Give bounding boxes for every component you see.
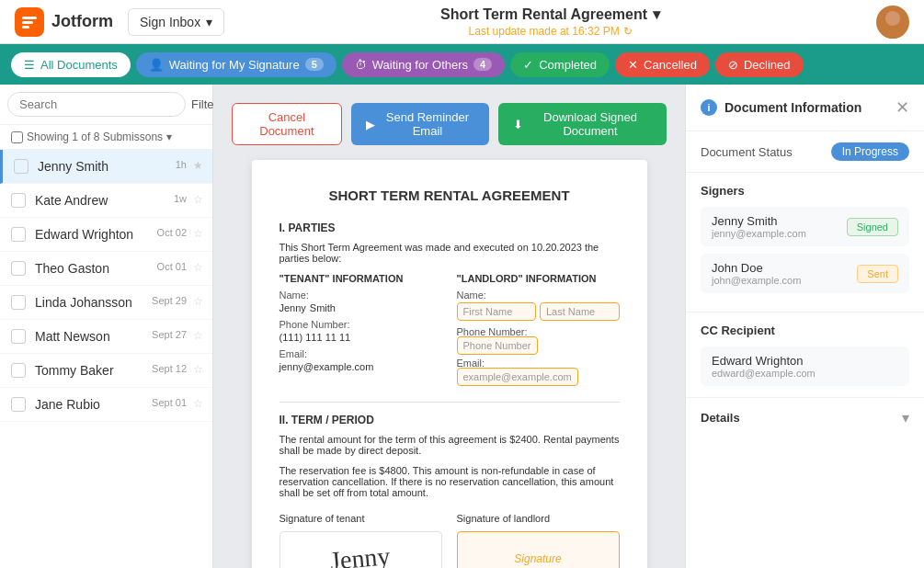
item-checkbox[interactable] [11, 397, 26, 412]
star-icon[interactable]: ☆ [193, 193, 203, 206]
waiting-others-badge: 4 [473, 58, 492, 71]
tab-waiting-others[interactable]: ⏱ Waiting for Others 4 [342, 52, 505, 77]
tenant-title: "TENANT" INFORMATION [279, 273, 442, 284]
landlord-column: "LANDLORD" INFORMATION Name: First Name … [457, 273, 620, 389]
tab-waiting-my-signature[interactable]: 👤 Waiting for My Signature 5 [136, 52, 337, 77]
download-icon: ⬇ [513, 118, 523, 131]
cc-item: Edward Wrighton edward@example.com [701, 346, 909, 386]
svg-point-5 [882, 26, 904, 39]
landlord-email-row: Email: example@example.com [457, 358, 620, 383]
tab-declined[interactable]: ⊘ Declined [715, 52, 804, 77]
logo: Jotform [15, 7, 113, 37]
document-info-panel: i Document Information ✕ Document Status… [685, 85, 924, 568]
item-checkbox[interactable] [14, 159, 29, 174]
term-text2: The reservation fee is $4800. This amoun… [279, 465, 620, 498]
panel-header: i Document Information ✕ [686, 85, 924, 131]
doc-toolbar: Cancel Document ▶ Send Reminder Email ⬇ … [232, 103, 667, 145]
item-checkbox[interactable] [11, 363, 26, 378]
tab-all-documents[interactable]: ☰ All Documents [11, 52, 131, 77]
close-panel-button[interactable]: ✕ [895, 97, 909, 118]
signer-status-badge: Sent [857, 265, 898, 283]
cc-section: CC Recipient Edward Wrighton edward@exam… [686, 312, 924, 398]
tab-completed[interactable]: ✓ Completed [510, 52, 610, 77]
chevron-down-icon: ▾ [902, 409, 909, 426]
signer-status-badge: Signed [847, 218, 898, 236]
cancel-document-button[interactable]: Cancel Document [232, 103, 342, 145]
landlord-first-name-field[interactable]: First Name [457, 302, 537, 321]
list-item[interactable]: Kate Andrew 1w ☆ [0, 184, 212, 218]
doc-title: Short Term Rental Agreement ▾ [224, 6, 876, 23]
star-icon[interactable]: ☆ [193, 227, 203, 240]
all-docs-icon: ☰ [24, 58, 35, 72]
waiting-sig-icon: 👤 [149, 58, 164, 72]
avatar [876, 6, 909, 39]
search-bar: Filter ▼ [0, 85, 212, 125]
item-checkbox[interactable] [11, 227, 26, 242]
star-icon[interactable]: ☆ [193, 363, 203, 376]
star-icon[interactable]: ☆ [193, 329, 203, 342]
list-item[interactable]: Edward Wrighton Oct 02 ☆ [0, 218, 212, 252]
star-icon[interactable]: ☆ [193, 397, 203, 410]
signer-item: Jenny Smith jenny@example.com Signed [701, 207, 909, 246]
star-icon[interactable]: ☆ [193, 261, 203, 274]
item-checkbox[interactable] [11, 193, 26, 208]
main-content: Filter ▼ Showing 1 of 8 Submissons ▾ Jen… [0, 85, 924, 568]
term-text1: The rental amount for the term of this a… [279, 434, 620, 456]
refresh-icon: ↻ [623, 25, 633, 38]
item-checkbox[interactable] [11, 295, 26, 310]
send-icon: ▶ [366, 118, 375, 131]
list-item[interactable]: Theo Gaston Oct 01 ☆ [0, 252, 212, 286]
tab-cancelled[interactable]: ✕ Cancelled [615, 52, 710, 77]
sign-inbox-button[interactable]: Sign Inbox ▾ [128, 8, 224, 36]
landlord-phone-row: Phone Number: Phone Number [457, 326, 620, 352]
document-paper: SHORT TERM RENTAL AGREEMENT I. PARTIES T… [252, 160, 647, 568]
landlord-signature-box[interactable]: Signature [457, 531, 620, 568]
signer-info: Jenny Smith jenny@example.com [712, 214, 847, 239]
parties-columns: "TENANT" INFORMATION Name: Jenny Smith P… [279, 273, 620, 389]
status-row: Document Status In Progress [686, 131, 924, 173]
signer-info: John Doe john@example.com [712, 261, 857, 286]
signer-item: John Doe john@example.com Sent [701, 254, 909, 293]
svg-rect-3 [22, 26, 29, 28]
list-item[interactable]: Matt Newson Sept 27 ☆ [0, 320, 212, 354]
list-item[interactable]: Tommy Baker Sept 12 ☆ [0, 354, 212, 388]
search-input[interactable] [7, 92, 186, 117]
list-item[interactable]: Jane Rubio Sept 01 ☆ [0, 388, 212, 422]
dropdown-icon[interactable]: ▾ [653, 6, 660, 23]
svg-rect-2 [22, 21, 33, 24]
signature-row: Signature of tenant Jenny Signature of l… [279, 513, 620, 568]
send-reminder-button[interactable]: ▶ Send Reminder Email [351, 103, 489, 145]
svg-point-4 [885, 11, 900, 26]
landlord-phone-field[interactable]: Phone Number [457, 336, 538, 355]
logo-icon [15, 7, 44, 37]
landlord-email-field[interactable]: example@example.com [457, 368, 578, 386]
star-icon[interactable]: ☆ [193, 295, 203, 308]
tenant-signature-box: Jenny [279, 531, 442, 568]
download-signed-button[interactable]: ⬇ Download Signed Document [498, 103, 667, 145]
tenant-signature: Jenny [329, 541, 392, 568]
star-icon[interactable]: ★ [193, 159, 203, 172]
select-all-checkbox[interactable] [11, 131, 23, 143]
tab-bar: ☰ All Documents 👤 Waiting for My Signatu… [0, 44, 924, 85]
tenant-signature-col: Signature of tenant Jenny [279, 513, 442, 568]
parties-intro: This Short Term Agreement was made and e… [279, 242, 620, 264]
declined-icon: ⊘ [728, 58, 738, 72]
completed-icon: ✓ [523, 58, 533, 72]
landlord-last-name-field[interactable]: Last Name [540, 302, 620, 321]
waiting-sig-badge: 5 [305, 58, 324, 71]
tenant-name-row: Name: Jenny Smith [279, 290, 442, 313]
item-checkbox[interactable] [11, 261, 26, 276]
details-section[interactable]: Details ▾ [686, 398, 924, 437]
logo-text: Jotform [51, 12, 113, 31]
doc-subtitle: Last update made at 16:32 PM ↻ [224, 25, 876, 38]
document-main-title: SHORT TERM RENTAL AGREEMENT [279, 187, 620, 203]
document-viewer: Cancel Document ▶ Send Reminder Email ⬇ … [213, 85, 685, 568]
panel-title: i Document Information [701, 99, 861, 116]
header-center: Short Term Rental Agreement ▾ Last updat… [224, 6, 876, 38]
list-item[interactable]: Linda Johansson Sept 29 ☆ [0, 286, 212, 320]
list-item[interactable]: Jenny Smith 1h ★ [0, 150, 212, 184]
svg-rect-1 [22, 17, 37, 19]
landlord-signature-col: Signature of landlord Signature [457, 513, 620, 568]
tenant-column: "TENANT" INFORMATION Name: Jenny Smith P… [279, 273, 442, 389]
item-checkbox[interactable] [11, 329, 26, 344]
